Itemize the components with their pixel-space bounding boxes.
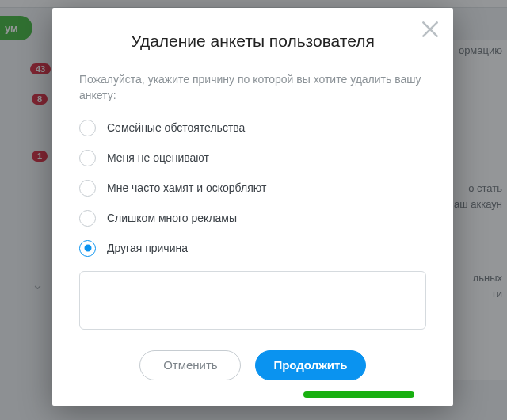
modal-actions: Отменить Продолжить — [79, 350, 426, 380]
radio-icon — [79, 180, 96, 197]
modal-prompt: Пожалуйста, укажите причину по которой в… — [79, 71, 426, 104]
reason-option-ads[interactable]: Слишком много рекламы — [79, 210, 426, 227]
reason-options: Семейные обстоятельства Меня не оцениваю… — [79, 120, 426, 257]
reason-label: Меня не оценивают — [107, 151, 209, 164]
reason-option-family[interactable]: Семейные обстоятельства — [79, 120, 426, 136]
reason-label: Семейные обстоятельства — [107, 121, 245, 134]
cancel-button[interactable]: Отменить — [139, 350, 241, 380]
radio-icon — [79, 120, 96, 136]
radio-icon — [79, 150, 96, 166]
close-icon — [420, 19, 440, 40]
reason-option-rude[interactable]: Мне часто хамят и оскорбляют — [79, 180, 426, 197]
reason-label: Слишком много рекламы — [107, 212, 237, 224]
radio-icon — [79, 240, 96, 257]
delete-profile-modal: Удаление анкеты пользователя Пожалуйста,… — [52, 8, 453, 406]
continue-button[interactable]: Продолжить — [255, 350, 365, 380]
reason-label: Мне часто хамят и оскорбляют — [107, 181, 266, 194]
reason-option-other[interactable]: Другая причина — [79, 240, 426, 257]
reason-option-not-rated[interactable]: Меня не оценивают — [79, 150, 426, 166]
radio-icon — [79, 210, 96, 227]
highlight-underline — [303, 391, 414, 398]
modal-title: Удаление анкеты пользователя — [79, 32, 426, 51]
reason-textarea[interactable] — [79, 271, 426, 330]
close-button[interactable] — [420, 19, 440, 40]
reason-label: Другая причина — [107, 242, 188, 254]
